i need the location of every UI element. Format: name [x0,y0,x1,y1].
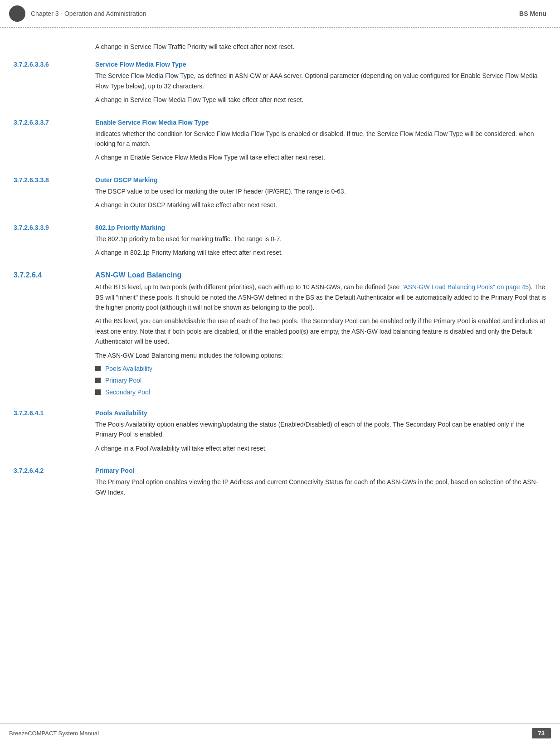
section-number-3765: 3.7.2.6.3.3.8 [14,176,95,215]
section-content-3763: Service Flow Media Flow Type The Service… [95,61,546,109]
link-primary-pool[interactable]: Primary Pool [105,377,141,384]
section-3726: 3.7.2.6.4 ASN-GW Load Balancing At the B… [14,271,546,400]
bullet-list-3726: Pools Availability Primary Pool Secondar… [95,365,546,396]
section-37262: 3.7.2.6.4.2 Primary Pool The Primary Poo… [14,467,546,501]
section-number-3766: 3.7.2.6.3.3.9 [14,224,95,262]
section-content-37261: Pools Availability The Pools Availabilit… [95,409,546,458]
section-body1-3726: At the BTS level, up to two pools (with … [95,282,546,312]
main-content: A change in Service Flow Traffic Priorit… [0,28,560,546]
section-content-3765: Outer DSCP Marking The DSCP value to be … [95,176,546,215]
section-3763: 3.7.2.6.3.3.6 Service Flow Media Flow Ty… [14,61,546,109]
section-title-37261: Pools Availability [95,409,546,417]
chapter-icon [9,5,25,22]
section-3764: 3.7.2.6.3.3.7 Enable Service Flow Media … [14,119,546,167]
section-body3-3726: The ASN-GW Load Balancing menu includes … [95,350,546,360]
bullet-square-icon [95,378,101,383]
chapter-title: Chapter 3 - Operation and Administration [31,10,146,17]
section-body-37261: The Pools Availability option enables vi… [95,419,546,440]
section-number-3764: 3.7.2.6.3.3.7 [14,119,95,167]
section-content-3726: ASN-GW Load Balancing At the BTS level, … [95,271,546,400]
bullet-item-pools-availability: Pools Availability [95,365,546,372]
section-body-3766: The 802.1p priority to be used for marki… [95,234,546,244]
intro-text: A change in Service Flow Traffic Priorit… [95,42,546,52]
header-section-label: BS Menu [519,10,546,17]
section-note-3763: A change in Service Flow Media Flow Type… [95,95,546,105]
section-body-37262: The Primary Pool option enables viewing … [95,477,546,497]
footer-page-number: 73 [532,728,551,738]
section-37261: 3.7.2.6.4.1 Pools Availability The Pools… [14,409,546,458]
page-footer: BreezeCOMPACT System Manual 73 [0,723,560,743]
bullet-item-primary-pool: Primary Pool [95,377,546,384]
section-note-3764: A change in Enable Service Flow Media Fl… [95,152,546,162]
section-body-3765: The DSCP value to be used for marking th… [95,186,546,196]
section-title-3726: ASN-GW Load Balancing [95,271,546,279]
link-secondary-pool[interactable]: Secondary Pool [105,388,150,396]
section-note-3766: A change in 802.1p Priority Marking will… [95,248,546,257]
section-title-3766: 802.1p Priority Marking [95,224,546,231]
bullet-item-secondary-pool: Secondary Pool [95,388,546,396]
section-content-3764: Enable Service Flow Media Flow Type Indi… [95,119,546,167]
section-title-37262: Primary Pool [95,467,546,474]
section-body-3764: Indicates whether the condition for Serv… [95,129,546,149]
section-note-3765: A change in Outer DSCP Marking will take… [95,200,546,210]
section-content-37262: Primary Pool The Primary Pool option ena… [95,467,546,501]
link-pools-availability[interactable]: Pools Availability [105,365,152,372]
section-body-3763: The Service Flow Media Flow Type, as def… [95,71,546,91]
section-number-37262: 3.7.2.6.4.2 [14,467,95,501]
bullet-square-icon [95,389,101,395]
section-number-3763: 3.7.2.6.3.3.6 [14,61,95,109]
section-3765: 3.7.2.6.3.3.8 Outer DSCP Marking The DSC… [14,176,546,215]
bullet-square-icon [95,366,101,371]
section-number-3726: 3.7.2.6.4 [14,271,95,400]
section-number-37261: 3.7.2.6.4.1 [14,409,95,458]
section-note-37261: A change in a Pool Availability will tak… [95,443,546,453]
section-body2-3726: At the BS level, you can enable/disable … [95,316,546,346]
section-title-3764: Enable Service Flow Media Flow Type [95,119,546,126]
section-content-3766: 802.1p Priority Marking The 802.1p prior… [95,224,546,262]
section-title-3765: Outer DSCP Marking [95,176,546,184]
header-left: Chapter 3 - Operation and Administration [9,5,146,22]
section-title-3763: Service Flow Media Flow Type [95,61,546,68]
page-header: Chapter 3 - Operation and Administration… [0,0,560,28]
footer-title: BreezeCOMPACT System Manual [9,730,99,737]
link-asnpool[interactable]: "ASN-GW Load Balancing Pools" on page 45 [401,283,529,291]
section-3766: 3.7.2.6.3.3.9 802.1p Priority Marking Th… [14,224,546,262]
